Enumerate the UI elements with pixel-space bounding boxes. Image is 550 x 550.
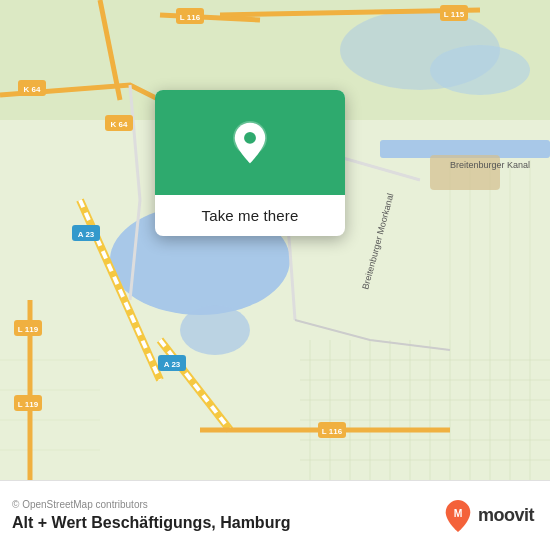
breitenburger-kanal-label: Breitenburger Kanal (450, 160, 530, 170)
moovit-logo: M moovit (444, 499, 534, 533)
popup-card: Take me there (155, 90, 345, 236)
bottom-bar: © OpenStreetMap contributors Alt + Wert … (0, 480, 550, 550)
l119-badge-1: L 119 (18, 325, 39, 334)
svg-point-46 (244, 132, 256, 144)
app: K 64 K 64 L 116 L 115 A 23 A 23 L 116 L … (0, 0, 550, 550)
a23-badge-2: A 23 (164, 360, 181, 369)
svg-point-3 (180, 305, 250, 355)
popup-green-area (155, 90, 345, 195)
svg-text:M: M (454, 507, 463, 518)
l115-badge: L 115 (444, 10, 465, 19)
place-name: Alt + Wert Beschäftigungs, Hamburg (12, 514, 290, 532)
k64-badge-2: K 64 (111, 120, 128, 129)
l116-top-badge: L 116 (180, 13, 201, 22)
map-container: K 64 K 64 L 116 L 115 A 23 A 23 L 116 L … (0, 0, 550, 480)
location-pin-icon (228, 121, 272, 165)
take-me-there-button[interactable]: Take me there (202, 207, 299, 224)
a23-badge-1: A 23 (78, 230, 95, 239)
svg-point-6 (430, 45, 530, 95)
moovit-text-label: moovit (478, 505, 534, 526)
bottom-left: © OpenStreetMap contributors Alt + Wert … (12, 499, 290, 532)
l119-badge-2: L 119 (18, 400, 39, 409)
popup-button-area: Take me there (155, 195, 345, 236)
l116-bottom-badge: L 116 (322, 427, 343, 436)
k64-badge-1: K 64 (24, 85, 41, 94)
osm-attribution: © OpenStreetMap contributors (12, 499, 290, 510)
moovit-pin-icon: M (444, 499, 472, 533)
